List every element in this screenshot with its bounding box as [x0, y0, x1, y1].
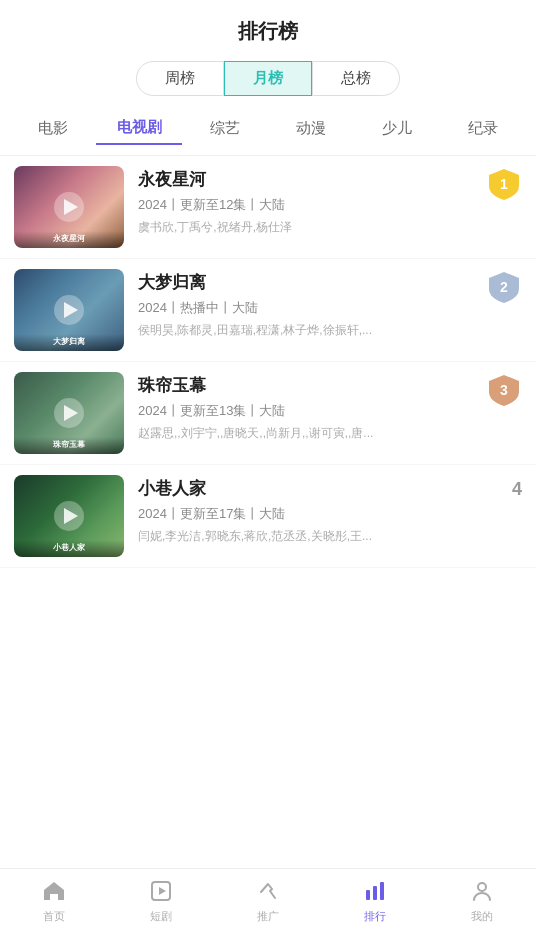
tab-row: 周榜 月榜 总榜: [0, 57, 536, 108]
item-meta: 2024丨更新至12集丨大陆: [138, 196, 522, 214]
nav-promo[interactable]: 推广: [214, 876, 321, 924]
rank-badge: 2: [486, 269, 522, 309]
bottom-nav: 首页 短剧 推广 排行: [0, 868, 536, 930]
svg-text:3: 3: [500, 382, 508, 398]
tab-monthly[interactable]: 月榜: [224, 61, 312, 96]
item-cast: 虞书欣,丁禹兮,祝绪丹,杨仕泽: [138, 219, 522, 236]
cat-kids[interactable]: 少儿: [354, 113, 440, 144]
home-icon: [42, 880, 66, 906]
svg-text:2: 2: [500, 279, 508, 295]
rank-badge: 3: [486, 372, 522, 412]
nav-mine-label: 我的: [471, 909, 493, 924]
item-cast: 闫妮,李光洁,郭晓东,蒋欣,范丞丞,关晓彤,王...: [138, 528, 522, 545]
item-cast: 赵露思,,刘宇宁,,唐晓天,,尚新月,,谢可寅,,唐...: [138, 425, 522, 442]
item-title: 大梦归离: [138, 271, 522, 294]
item-info: 小巷人家 2024丨更新至17集丨大陆 闫妮,李光洁,郭晓东,蒋欣,范丞丞,关晓…: [138, 475, 522, 545]
thumb-title: 永夜星河: [18, 233, 120, 244]
rank-badge: 1: [486, 166, 522, 206]
svg-rect-5: [366, 890, 370, 900]
nav-home[interactable]: 首页: [0, 876, 107, 924]
svg-text:1: 1: [500, 176, 508, 192]
play-icon: [64, 508, 78, 524]
item-meta: 2024丨热播中丨大陆: [138, 299, 522, 317]
item-cast: 侯明昊,陈都灵,田嘉瑞,程潇,林子烨,徐振轩,...: [138, 322, 522, 339]
cat-anime[interactable]: 动漫: [268, 113, 354, 144]
svg-point-8: [478, 883, 486, 891]
promo-icon: [257, 880, 279, 906]
list-item[interactable]: 大梦归离 大梦归离 2024丨热播中丨大陆 侯明昊,陈都灵,田嘉瑞,程潇,林子烨…: [0, 259, 536, 362]
thumbnail: 小巷人家: [14, 475, 124, 557]
item-info: 大梦归离 2024丨热播中丨大陆 侯明昊,陈都灵,田嘉瑞,程潇,林子烨,徐振轩,…: [138, 269, 522, 339]
item-info: 珠帘玉幕 2024丨更新至13集丨大陆 赵露思,,刘宇宁,,唐晓天,,尚新月,,…: [138, 372, 522, 442]
nav-mine[interactable]: 我的: [429, 876, 536, 924]
tab-all[interactable]: 总榜: [312, 61, 400, 96]
play-button[interactable]: [54, 295, 84, 325]
nav-shorts-label: 短剧: [150, 909, 172, 924]
rank-shield-icon: 3: [486, 372, 522, 408]
item-info: 永夜星河 2024丨更新至12集丨大陆 虞书欣,丁禹兮,祝绪丹,杨仕泽: [138, 166, 522, 236]
thumbnail: 大梦归离: [14, 269, 124, 351]
svg-rect-7: [380, 882, 384, 900]
rank-badge: 4: [512, 475, 522, 500]
svg-marker-4: [159, 887, 166, 895]
category-nav: 电影 电视剧 综艺 动漫 少儿 纪录: [0, 108, 536, 156]
thumbnail: 永夜星河: [14, 166, 124, 248]
item-title: 永夜星河: [138, 168, 522, 191]
thumb-title: 大梦归离: [18, 336, 120, 347]
svg-rect-6: [373, 886, 377, 900]
cat-doc[interactable]: 纪录: [440, 113, 526, 144]
nav-rank[interactable]: 排行: [322, 876, 429, 924]
play-button[interactable]: [54, 192, 84, 222]
mine-icon: [471, 880, 493, 906]
list-item[interactable]: 小巷人家 小巷人家 2024丨更新至17集丨大陆 闫妮,李光洁,郭晓东,蒋欣,范…: [0, 465, 536, 568]
nav-shorts[interactable]: 短剧: [107, 876, 214, 924]
rank-shield-icon: 2: [486, 269, 522, 305]
play-icon: [64, 405, 78, 421]
play-button[interactable]: [54, 501, 84, 531]
nav-home-label: 首页: [43, 909, 65, 924]
rank-number: 4: [512, 475, 522, 500]
rank-shield-icon: 1: [486, 166, 522, 202]
item-meta: 2024丨更新至13集丨大陆: [138, 402, 522, 420]
item-title: 珠帘玉幕: [138, 374, 522, 397]
page-title: 排行榜: [0, 0, 536, 57]
rank-icon: [364, 880, 386, 906]
cat-variety[interactable]: 综艺: [182, 113, 268, 144]
cat-movie[interactable]: 电影: [10, 113, 96, 144]
nav-rank-label: 排行: [364, 909, 386, 924]
content-list: 永夜星河 永夜星河 2024丨更新至12集丨大陆 虞书欣,丁禹兮,祝绪丹,杨仕泽…: [0, 156, 536, 568]
play-icon: [64, 199, 78, 215]
nav-promo-label: 推广: [257, 909, 279, 924]
thumbnail: 珠帘玉幕: [14, 372, 124, 454]
item-title: 小巷人家: [138, 477, 522, 500]
play-button[interactable]: [54, 398, 84, 428]
list-item[interactable]: 珠帘玉幕 珠帘玉幕 2024丨更新至13集丨大陆 赵露思,,刘宇宁,,唐晓天,,…: [0, 362, 536, 465]
shorts-icon: [150, 880, 172, 906]
tab-weekly[interactable]: 周榜: [136, 61, 224, 96]
item-meta: 2024丨更新至17集丨大陆: [138, 505, 522, 523]
cat-tv[interactable]: 电视剧: [96, 112, 182, 145]
play-icon: [64, 302, 78, 318]
thumb-title: 小巷人家: [18, 542, 120, 553]
list-item[interactable]: 永夜星河 永夜星河 2024丨更新至12集丨大陆 虞书欣,丁禹兮,祝绪丹,杨仕泽…: [0, 156, 536, 259]
thumb-title: 珠帘玉幕: [18, 439, 120, 450]
